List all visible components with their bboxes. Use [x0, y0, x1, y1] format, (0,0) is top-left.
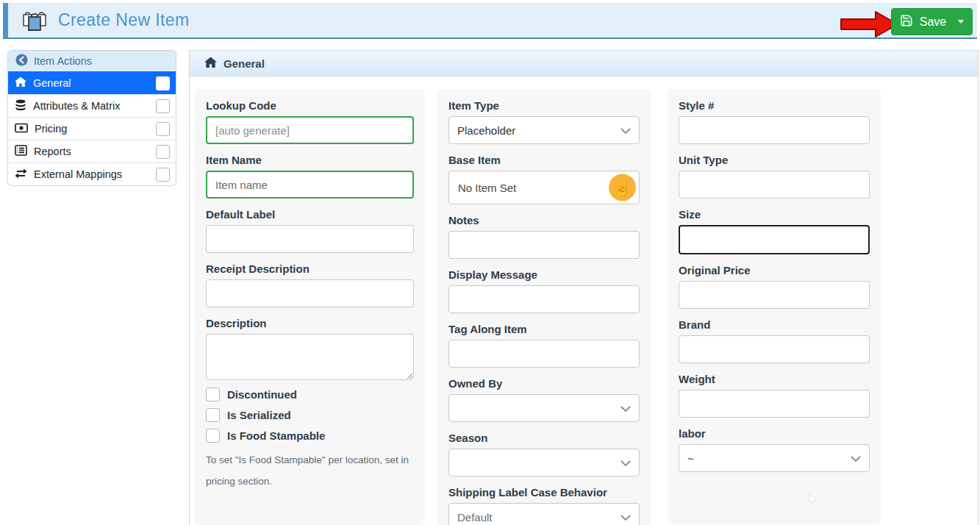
is-food-stampable-label: Is Food Stampable [227, 429, 325, 442]
discontinued-check-row: Discontinued [206, 388, 414, 401]
discontinued-label: Discontinued [227, 388, 297, 401]
form-column-1: Lookup Code Item Name Default Label Rece… [195, 89, 425, 525]
save-button-label: Save [920, 15, 946, 29]
base-item-value: No Item Set [458, 182, 516, 194]
labor-label: labor [679, 427, 870, 440]
money-icon [15, 123, 28, 135]
size-label: Size [679, 208, 870, 221]
red-annotation-arrow [840, 10, 899, 41]
is-serialized-label: Is Serialized [227, 409, 291, 421]
form-column-3: Style # Unit Type Size Original Price Br… [668, 89, 881, 524]
weight-label: Weight [679, 373, 870, 385]
receipt-description-input[interactable] [206, 279, 414, 307]
header-accent-bar [3, 3, 8, 38]
unit-type-input[interactable] [679, 171, 870, 199]
sidebar-item-label: General [33, 77, 71, 89]
display-message-label: Display Message [448, 268, 640, 281]
item-name-input[interactable] [206, 171, 414, 199]
chevron-down-icon [620, 125, 632, 139]
base-item-box[interactable]: No Item Set ☝ [448, 171, 640, 204]
is-food-stampable-checkbox[interactable] [206, 429, 220, 443]
original-price-label: Original Price [679, 264, 870, 276]
circle-arrow-left-icon[interactable] [15, 54, 28, 68]
chevron-down-icon [620, 512, 632, 525]
general-section-panel: General Lookup Code Item Name Default La… [189, 50, 979, 525]
display-message-input[interactable] [448, 285, 640, 313]
sidebar-item-label: Reports [34, 146, 71, 157]
lookup-code-label: Lookup Code [206, 99, 414, 112]
shopping-bags-icon [21, 7, 49, 35]
floppy-disk-icon [900, 14, 913, 30]
discontinued-checkbox[interactable] [206, 388, 220, 401]
food-stampable-help-text: To set "Is Food Stampable" per location,… [206, 449, 414, 492]
item-type-label: Item Type [448, 99, 640, 112]
save-dropdown-caret-icon[interactable] [958, 20, 964, 24]
tag-along-item-label: Tag Along Item [448, 323, 640, 335]
home-icon [15, 76, 26, 90]
sidebar-checkbox-general[interactable] [156, 76, 170, 90]
labor-select[interactable]: ~ [679, 444, 870, 472]
chevron-down-icon [620, 457, 632, 471]
size-input[interactable] [679, 225, 870, 254]
mouse-cursor [809, 493, 818, 509]
brand-label: Brand [679, 318, 870, 331]
is-food-stampable-check-row: Is Food Stampable [206, 429, 414, 443]
description-label: Description [206, 317, 414, 329]
item-actions-sidebar: Item Actions General Attributes & Matrix [7, 50, 176, 186]
unit-type-label: Unit Type [679, 154, 870, 166]
home-icon [204, 57, 217, 71]
sidebar-header-label: Item Actions [34, 55, 92, 67]
sidebar-item-general[interactable]: General [8, 71, 176, 94]
description-textarea[interactable] [206, 334, 414, 380]
form-column-2: Item Type Placeholder Base Item No Item … [437, 89, 651, 525]
brand-input[interactable] [679, 335, 870, 363]
sidebar-item-label: Pricing [35, 123, 67, 135]
weight-input[interactable] [679, 390, 870, 418]
notes-input[interactable] [448, 231, 640, 259]
database-icon [15, 99, 26, 113]
chevron-down-icon [620, 403, 632, 417]
tag-along-item-input[interactable] [448, 340, 640, 368]
general-section-title: General [223, 57, 265, 70]
is-serialized-checkbox[interactable] [206, 408, 220, 422]
item-name-label: Item Name [206, 154, 414, 166]
page-header: Create New Item Save [3, 3, 977, 39]
base-item-label: Base Item [448, 154, 640, 166]
default-label-input[interactable] [206, 225, 414, 253]
owned-by-select[interactable] [448, 394, 640, 422]
sidebar-checkbox-attributes-matrix[interactable] [156, 99, 170, 113]
chevron-down-icon [850, 453, 862, 467]
create-new-item-screen: Create New Item Save [0, 0, 980, 525]
original-price-input[interactable] [679, 281, 870, 309]
list-icon [15, 145, 27, 158]
sidebar-item-pricing[interactable]: Pricing [8, 117, 176, 140]
season-label: Season [448, 432, 640, 444]
notes-label: Notes [448, 214, 640, 226]
hand-pointer-icon: ☝ [613, 180, 632, 195]
save-button[interactable]: Save [891, 8, 973, 35]
lookup-code-input[interactable] [206, 116, 414, 144]
shipping-label-case-behavior-select[interactable]: Default [448, 503, 640, 525]
shipping-label-case-behavior-label: Shipping Label Case Behavior [448, 486, 640, 499]
sidebar-item-reports[interactable]: Reports [8, 140, 176, 162]
season-select[interactable] [448, 449, 640, 476]
style-number-input[interactable] [679, 116, 870, 144]
receipt-description-label: Receipt Description [206, 262, 414, 275]
sidebar-header: Item Actions [8, 51, 176, 71]
sidebar-item-external-mappings[interactable]: External Mappings [8, 162, 176, 185]
sidebar-checkbox-external-mappings[interactable] [156, 168, 170, 182]
item-type-select[interactable]: Placeholder [448, 116, 640, 144]
is-serialized-check-row: Is Serialized [206, 408, 414, 422]
sidebar-checkbox-reports[interactable] [156, 145, 170, 159]
labor-value: ~ [687, 452, 694, 465]
shipping-label-case-behavior-value: Default [457, 511, 493, 524]
style-number-label: Style # [679, 99, 870, 112]
owned-by-label: Owned By [448, 377, 640, 390]
item-type-value: Placeholder [457, 124, 515, 137]
exchange-arrows-icon [15, 168, 27, 181]
sidebar-checkbox-pricing[interactable] [156, 122, 170, 136]
page-title: Create New Item [58, 10, 190, 30]
select-base-item-button[interactable]: ☝ [609, 174, 636, 201]
sidebar-item-attributes-matrix[interactable]: Attributes & Matrix [8, 94, 176, 117]
default-label-label: Default Label [206, 208, 414, 221]
